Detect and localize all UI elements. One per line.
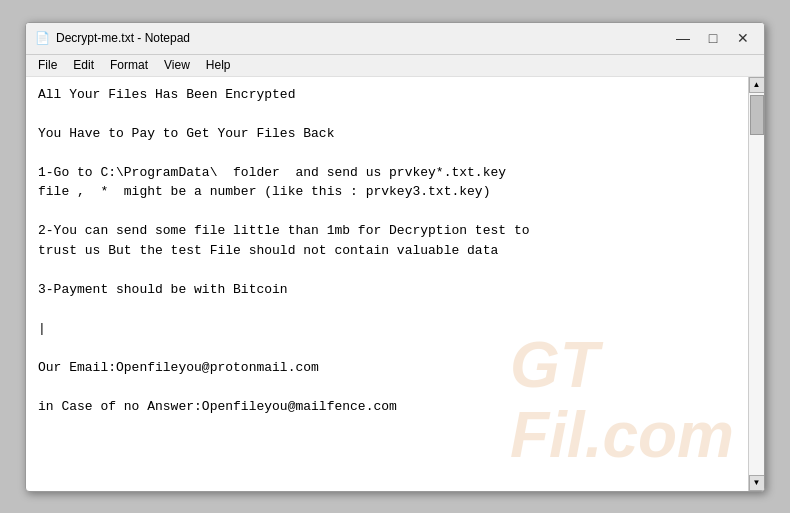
minimize-button[interactable]: — bbox=[670, 27, 696, 49]
maximize-button[interactable]: □ bbox=[700, 27, 726, 49]
app-icon: 📄 bbox=[34, 30, 50, 46]
window-title: Decrypt-me.txt - Notepad bbox=[56, 31, 670, 45]
menu-view[interactable]: View bbox=[156, 56, 198, 74]
title-bar: 📄 Decrypt-me.txt - Notepad — □ ✕ bbox=[26, 23, 764, 55]
scrollbar-thumb[interactable] bbox=[750, 95, 764, 135]
close-button[interactable]: ✕ bbox=[730, 27, 756, 49]
content-area: GTFil.com All Your Files Has Been Encryp… bbox=[26, 77, 764, 491]
window-controls: — □ ✕ bbox=[670, 27, 756, 49]
menu-bar: File Edit Format View Help bbox=[26, 55, 764, 77]
scrollbar-track[interactable] bbox=[749, 93, 764, 475]
menu-help[interactable]: Help bbox=[198, 56, 239, 74]
text-editor[interactable]: All Your Files Has Been Encrypted You Ha… bbox=[26, 77, 748, 491]
notepad-window: 📄 Decrypt-me.txt - Notepad — □ ✕ File Ed… bbox=[25, 22, 765, 492]
scroll-down-button[interactable]: ▼ bbox=[749, 475, 765, 491]
menu-format[interactable]: Format bbox=[102, 56, 156, 74]
scrollbar: ▲ ▼ bbox=[748, 77, 764, 491]
menu-edit[interactable]: Edit bbox=[65, 56, 102, 74]
menu-file[interactable]: File bbox=[30, 56, 65, 74]
scroll-up-button[interactable]: ▲ bbox=[749, 77, 765, 93]
